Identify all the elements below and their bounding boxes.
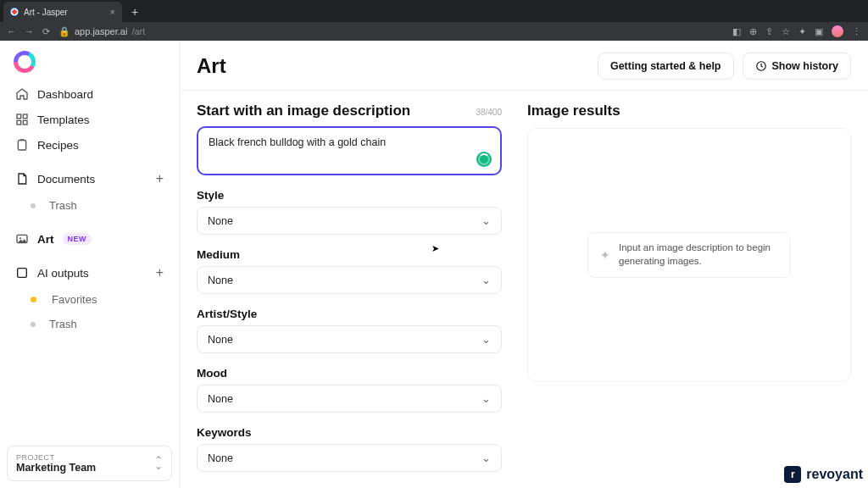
dot-favorite-icon bbox=[31, 297, 36, 302]
section-title: Start with an image description bbox=[197, 103, 410, 119]
address-bar[interactable]: 🔒 app.jasper.ai/art bbox=[58, 26, 145, 37]
browser-chrome: Art - Jasper × + ← → ⟳ 🔒 app.jasper.ai/a… bbox=[0, 0, 868, 41]
prompt-text: Black french bulldog with a gold chain bbox=[209, 136, 490, 148]
sidebar-item-recipes[interactable]: Recipes bbox=[7, 132, 172, 158]
results-box: ✦ Input an image description to begin ge… bbox=[527, 128, 851, 382]
app-logo[interactable] bbox=[7, 51, 172, 81]
clipboard-icon bbox=[15, 138, 29, 152]
dot-icon bbox=[31, 322, 36, 327]
watermark-icon: r bbox=[784, 466, 801, 483]
select-value: None bbox=[208, 452, 233, 464]
forward-icon[interactable]: → bbox=[25, 26, 34, 37]
mood-select[interactable]: None ⌄ bbox=[197, 385, 502, 413]
sidebar-item-favorites[interactable]: Favorites bbox=[7, 287, 172, 312]
page-header: Art Getting started & help Show history bbox=[180, 41, 868, 91]
sparkle-icon bbox=[15, 266, 29, 280]
url-path: /art bbox=[131, 26, 145, 36]
watermark-text: revoyant bbox=[806, 467, 863, 482]
tab-strip: Art - Jasper × + bbox=[0, 0, 868, 22]
extension-icon[interactable]: ◧ bbox=[732, 26, 741, 37]
field-label: Keywords bbox=[197, 426, 502, 439]
show-history-button[interactable]: Show history bbox=[743, 53, 851, 80]
svg-rect-3 bbox=[23, 120, 27, 125]
section-title-row: Start with an image description 38/400 bbox=[197, 103, 502, 119]
svg-rect-2 bbox=[17, 120, 21, 125]
kebab-menu-icon[interactable]: ⋮ bbox=[852, 26, 861, 37]
page-title: Art bbox=[197, 54, 226, 78]
chevron-down-icon: ⌄ bbox=[481, 274, 491, 286]
sidebar-section-label: AI outputs bbox=[37, 267, 89, 280]
tab-title: Art - Jasper bbox=[24, 8, 68, 17]
add-document-button[interactable]: + bbox=[156, 171, 164, 186]
sidebar-item-templates[interactable]: Templates bbox=[7, 107, 172, 132]
sidebar-item-dashboard[interactable]: Dashboard bbox=[7, 81, 172, 107]
button-label: Show history bbox=[772, 60, 838, 72]
puzzle-icon[interactable]: ✦ bbox=[798, 26, 806, 37]
zoom-icon[interactable]: ⊕ bbox=[749, 26, 757, 37]
style-select[interactable]: None ⌄ bbox=[197, 207, 502, 235]
char-counter: 38/400 bbox=[476, 108, 502, 117]
url-host: app.jasper.ai bbox=[75, 26, 127, 36]
new-tab-button[interactable]: + bbox=[127, 4, 142, 19]
home-icon bbox=[15, 87, 29, 101]
results-hint-text: Input an image description to begin gene… bbox=[619, 241, 778, 268]
getting-started-button[interactable]: Getting started & help bbox=[598, 53, 734, 80]
field-style: Style None ⌄ bbox=[197, 189, 502, 235]
field-mood: Mood None ⌄ bbox=[197, 367, 502, 413]
sidebar-section-label: Documents bbox=[37, 173, 95, 186]
ext2-icon[interactable]: ▣ bbox=[815, 26, 823, 37]
sidebar-item-label: Templates bbox=[37, 114, 90, 126]
main: Art Getting started & help Show history … bbox=[180, 41, 868, 488]
chevron-down-icon: ⌄ bbox=[481, 452, 491, 464]
artist-style-select[interactable]: None ⌄ bbox=[197, 325, 502, 353]
field-label: Style bbox=[197, 189, 502, 202]
updown-icon: ⌃⌄ bbox=[154, 458, 163, 469]
sparkle-icon: ✦ bbox=[600, 248, 610, 262]
field-label: Medium bbox=[197, 248, 502, 261]
sidebar-item-label: Trash bbox=[49, 318, 77, 330]
image-icon bbox=[15, 232, 29, 246]
sidebar-section-documents[interactable]: Documents + bbox=[7, 164, 172, 193]
field-keywords: Keywords None ⌄ bbox=[197, 426, 502, 472]
select-value: None bbox=[208, 334, 233, 346]
button-label: Getting started & help bbox=[610, 60, 721, 72]
profile-avatar-icon[interactable] bbox=[832, 25, 843, 37]
results-hint-card: ✦ Input an image description to begin ge… bbox=[587, 232, 791, 277]
sidebar-item-trash[interactable]: Trash bbox=[7, 193, 172, 218]
project-switcher[interactable]: PROJECT Marketing Team ⌃⌄ bbox=[7, 446, 172, 481]
sidebar-section-ai-outputs[interactable]: AI outputs + bbox=[7, 258, 172, 287]
back-icon[interactable]: ← bbox=[7, 26, 16, 37]
new-badge: NEW bbox=[63, 233, 92, 245]
form-column: Start with an image description 38/400 B… bbox=[180, 91, 519, 488]
field-medium: Medium None ⌄ bbox=[197, 248, 502, 294]
svg-rect-1 bbox=[23, 114, 27, 119]
chevron-down-icon: ⌄ bbox=[481, 333, 491, 346]
keywords-select[interactable]: None ⌄ bbox=[197, 444, 502, 472]
chevron-down-icon: ⌄ bbox=[481, 392, 491, 405]
results-title: Image results bbox=[527, 103, 851, 119]
sidebar-item-label: Trash bbox=[49, 199, 77, 212]
medium-select[interactable]: None ⌄ bbox=[197, 266, 502, 294]
svg-rect-0 bbox=[17, 114, 21, 119]
prompt-input[interactable]: Black french bulldog with a gold chain bbox=[197, 126, 502, 175]
field-artist-style: Artist/Style None ⌄ bbox=[197, 308, 502, 353]
tab-close-icon[interactable]: × bbox=[110, 7, 115, 17]
field-label: Artist/Style bbox=[197, 308, 502, 320]
chevron-down-icon: ⌄ bbox=[481, 214, 491, 227]
document-icon bbox=[15, 172, 29, 186]
sidebar-item-label: Dashboard bbox=[37, 88, 93, 101]
bookmark-icon[interactable]: ☆ bbox=[782, 26, 790, 37]
watermark: r revoyant bbox=[784, 466, 863, 483]
project-name: Marketing Team bbox=[16, 462, 96, 474]
sidebar-item-art[interactable]: Art NEW bbox=[7, 226, 172, 252]
reload-icon[interactable]: ⟳ bbox=[42, 26, 50, 37]
sidebar-item-label: Recipes bbox=[37, 139, 79, 152]
select-value: None bbox=[208, 215, 233, 227]
share-icon[interactable]: ⇪ bbox=[765, 26, 773, 37]
browser-tab[interactable]: Art - Jasper × bbox=[3, 2, 122, 22]
field-label: Mood bbox=[197, 367, 502, 380]
add-output-button[interactable]: + bbox=[156, 265, 164, 280]
select-value: None bbox=[208, 274, 233, 286]
sidebar-item-trash-outputs[interactable]: Trash bbox=[7, 312, 172, 336]
sidebar: Dashboard Templates Recipes Documents + … bbox=[0, 41, 180, 488]
